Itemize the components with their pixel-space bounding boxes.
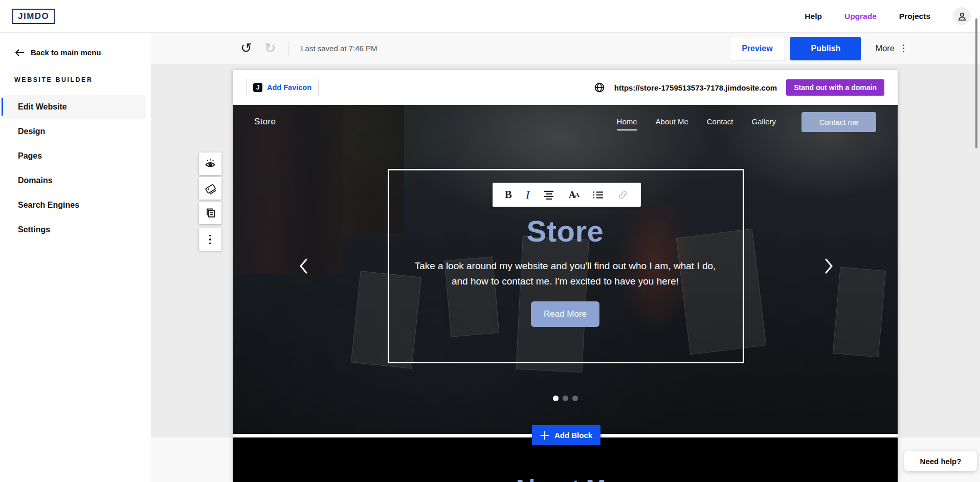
carousel-dot-2[interactable]	[563, 396, 568, 401]
nav-link-home[interactable]: Home	[617, 117, 637, 130]
link-icon[interactable]	[617, 189, 629, 201]
plus-icon	[540, 431, 549, 440]
carousel-dots	[233, 396, 898, 401]
carousel-prev-button[interactable]	[299, 258, 308, 274]
more-label: More	[875, 43, 895, 53]
bold-icon[interactable]: B	[505, 188, 512, 201]
nav-link-about-me[interactable]: About Me	[656, 117, 688, 130]
about-me-title: About Me	[233, 474, 898, 482]
font-size-icon[interactable]: AA	[569, 189, 578, 201]
duplicate-icon	[204, 207, 216, 219]
user-icon	[956, 11, 968, 22]
hero-title[interactable]: Store	[233, 214, 898, 248]
hero-section[interactable]: Store Home About Me Contact Gallery Cont…	[233, 105, 898, 434]
kebab-vertical-icon	[209, 235, 211, 245]
bullet-list-icon[interactable]	[592, 191, 604, 199]
globe-icon	[594, 82, 605, 93]
favicon-badge-icon: J	[253, 83, 262, 92]
back-label: Back to main menu	[31, 48, 101, 57]
visibility-button[interactable]	[199, 152, 221, 175]
hero-body-text[interactable]: Take a look around my website and you'll…	[407, 258, 724, 289]
align-center-icon[interactable]	[543, 190, 554, 200]
duplicate-button[interactable]	[199, 202, 221, 224]
stand-out-domain-button[interactable]: Stand out with a domain	[786, 79, 884, 96]
header-nav: Help Upgrade Projects	[805, 7, 971, 25]
block-more-options-button[interactable]	[199, 228, 221, 251]
jimdo-editor-app: JIMDO Help Upgrade Projects ↺ ↻ Last sav…	[0, 0, 980, 482]
style-button[interactable]	[199, 177, 221, 200]
style-icon	[204, 182, 217, 195]
arrow-left-icon	[14, 49, 25, 57]
site-brand[interactable]: Store	[254, 117, 276, 127]
add-favicon-button[interactable]: J Add Favicon	[246, 79, 319, 96]
website-preview-card: J Add Favicon https://store-1759513573-7…	[233, 70, 898, 482]
last-saved-status: Last saved at 7:46 PM	[301, 44, 377, 53]
redo-icon[interactable]: ↻	[264, 41, 276, 55]
sidebar-item-pages[interactable]: Pages	[4, 144, 146, 168]
preview-button[interactable]: Preview	[729, 37, 785, 60]
contact-me-button[interactable]: Contact me	[801, 112, 876, 132]
need-help-button[interactable]: Need help?	[904, 451, 977, 471]
sidebar-item-settings[interactable]: Settings	[4, 217, 146, 242]
favicon-url-bar: J Add Favicon https://store-1759513573-7…	[233, 70, 898, 105]
undo-redo-group: ↺ ↻	[240, 41, 276, 55]
sidebar-item-edit-website[interactable]: Edit Website	[4, 95, 146, 119]
more-menu-button[interactable]: More	[875, 43, 904, 53]
help-link[interactable]: Help	[805, 12, 822, 21]
publish-button[interactable]: Publish	[790, 37, 861, 60]
back-to-main-menu[interactable]: Back to main menu	[14, 48, 151, 57]
account-avatar[interactable]	[953, 7, 971, 25]
block-tool-palette	[199, 152, 221, 253]
sidebar-item-domains[interactable]: Domains	[4, 168, 146, 193]
sidebar-item-design[interactable]: Design	[4, 119, 146, 144]
add-block-button[interactable]: Add Block	[532, 425, 600, 445]
upgrade-link[interactable]: Upgrade	[844, 12, 877, 21]
site-url[interactable]: https://store-1759513573-7178.jimdosite.…	[614, 83, 777, 92]
add-favicon-label: Add Favicon	[267, 83, 311, 92]
kebab-icon	[903, 45, 904, 52]
carousel-next-button[interactable]	[825, 258, 833, 274]
sidebar-items: Edit Website Design Pages Domains Search…	[0, 95, 151, 242]
add-block-label: Add Block	[554, 431, 592, 440]
nav-link-contact[interactable]: Contact	[707, 117, 733, 130]
carousel-dot-3[interactable]	[572, 396, 578, 401]
toolbar-divider	[288, 41, 288, 56]
app-header: JIMDO Help Upgrade Projects	[0, 0, 980, 33]
toolbar-actions: Preview Publish More	[729, 33, 980, 64]
projects-link[interactable]: Projects	[899, 12, 930, 21]
sidebar: Back to main menu WEBSITE BUILDER Edit W…	[0, 33, 151, 482]
site-url-group: https://store-1759513573-7178.jimdosite.…	[594, 79, 884, 96]
sidebar-section-title: WEBSITE BUILDER	[14, 76, 151, 83]
nav-link-gallery[interactable]: Gallery	[751, 117, 776, 130]
page-scrollbar[interactable]	[975, 18, 977, 148]
italic-icon[interactable]: I	[526, 188, 529, 202]
text-format-toolbar: B I AA	[493, 183, 641, 207]
read-more-button[interactable]: Read More	[531, 301, 599, 327]
site-navbar: Store Home About Me Contact Gallery Cont…	[233, 105, 898, 139]
eye-icon	[204, 158, 216, 169]
undo-icon[interactable]: ↺	[240, 41, 252, 55]
carousel-dot-1[interactable]	[553, 396, 559, 401]
jimdo-logo[interactable]: JIMDO	[12, 9, 55, 24]
sidebar-item-search-engines[interactable]: Search Engines	[4, 193, 146, 217]
site-nav-links: Home About Me Contact Gallery	[617, 117, 776, 130]
